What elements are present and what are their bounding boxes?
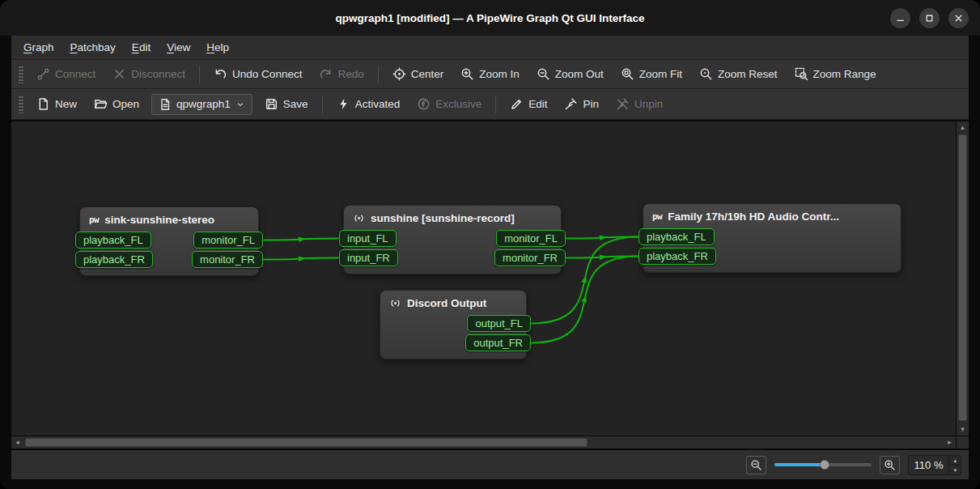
minimize-icon (894, 12, 906, 24)
menu-patchbay[interactable]: Patchbay (63, 38, 123, 57)
scroll-left-arrow[interactable]: ◂ (11, 436, 23, 449)
toolbar-button-unpin: Unpin (609, 93, 670, 115)
port-spacer (893, 248, 901, 265)
port-monitor-fl[interactable]: monitor_FL (193, 232, 263, 249)
zoom-range-icon (795, 67, 808, 81)
toolbar-separator (322, 96, 323, 113)
toolbar-separator (378, 66, 379, 83)
unpin-icon (616, 97, 630, 111)
maximize-button[interactable] (919, 8, 940, 28)
node-sink[interactable]: pwsink-sunshine-stereoplayback_FLmonitor… (79, 206, 259, 276)
toolbar-button-label: Unpin (634, 98, 663, 110)
scroll-down-arrow[interactable]: ▾ (957, 423, 969, 436)
toolbar-handle[interactable] (19, 96, 23, 113)
zoom-value: 110 % (909, 459, 949, 471)
toolbar-button-label: Center (411, 68, 444, 80)
zoom-slider[interactable] (774, 457, 872, 473)
toolbar-button-label: Zoom In (479, 68, 520, 80)
speaker-icon (389, 297, 401, 309)
scrollbar-corner (957, 436, 969, 449)
toolbar-graph-commands: ConnectDisconnectUndo ConnectRedoCenterZ… (11, 60, 969, 89)
statusbar: 110 % ▴ ▾ (11, 450, 969, 479)
zoom-slider-thumb[interactable] (820, 460, 829, 470)
pin-icon (564, 97, 578, 111)
toolbar-separator (495, 96, 496, 113)
toolbar-button-zoom-fit[interactable]: Zoom Fit (613, 63, 689, 85)
menu-view[interactable]: View (159, 38, 197, 57)
port-spacer (380, 315, 388, 332)
node-sunshine[interactable]: sunshine [sunshine-record]input_FLmonito… (343, 205, 562, 274)
port-playback-fr[interactable]: playback_FR (638, 248, 716, 265)
statusbar-zoom-out-button[interactable] (746, 456, 766, 474)
menu-graph[interactable]: Graph (16, 38, 62, 57)
port-input-fl[interactable]: input_FL (339, 230, 397, 247)
toolbar-button-edit[interactable]: Edit (503, 93, 554, 115)
toolbar-button-label: Zoom Fit (639, 68, 682, 80)
menu-edit[interactable]: Edit (125, 38, 158, 57)
node-discord[interactable]: Discord Outputoutput_FLoutput_FR (380, 290, 527, 359)
maximize-icon (923, 12, 935, 24)
connect-icon (36, 67, 50, 81)
spin-down-button[interactable]: ▾ (949, 466, 961, 474)
activated-icon (337, 97, 350, 111)
node-title: Family 17h/19h HD Audio Contr... (668, 210, 839, 223)
node-title: Discord Output (407, 297, 486, 309)
close-button[interactable] (948, 8, 969, 28)
close-icon (952, 12, 965, 24)
port-spacer (380, 334, 388, 351)
window-controls (890, 8, 980, 28)
toolbar-button-zoom-in[interactable]: Zoom In (453, 63, 527, 85)
disconnect-icon (112, 67, 126, 81)
vertical-scrollbar[interactable]: ▴ ▾ (957, 121, 969, 436)
toolbar-button-zoom-reset[interactable]: Zoom Reset (692, 63, 785, 85)
scroll-right-arrow[interactable]: ▸ (944, 436, 956, 449)
toolbar-button-connect: Connect (29, 63, 103, 85)
edit-icon (510, 97, 524, 111)
toolbar-button-label: Redo (337, 68, 363, 80)
port-playback-fr[interactable]: playback_FR (75, 251, 153, 268)
toolbar-button-save[interactable]: Save (257, 93, 316, 115)
toolbar-button-label: Zoom Range (813, 68, 876, 80)
app-window: qpwgraph1 [modified] — A PipeWire Graph … (0, 0, 980, 489)
toolbar-button-label: Activated (355, 98, 401, 110)
zoom-spin-arrows: ▴ ▾ (948, 456, 961, 474)
minimize-button[interactable] (890, 8, 910, 28)
port-monitor-fr[interactable]: monitor_FR (494, 249, 566, 266)
port-playback-fl[interactable]: playback_FL (75, 232, 151, 249)
toolbar-button-zoom-out[interactable]: Zoom Out (529, 63, 611, 85)
node-family[interactable]: pwFamily 17h/19h HD Audio Contr...playba… (643, 203, 902, 273)
window-title: qpwgraph1 [modified] — A PipeWire Graph … (0, 12, 980, 24)
horizontal-scrollbar-thumb[interactable] (25, 438, 588, 447)
port-input-fr[interactable]: input_FR (339, 249, 398, 266)
statusbar-zoom-in-button[interactable] (880, 456, 900, 474)
graph-canvas[interactable]: pwsink-sunshine-stereoplayback_FLmonitor… (11, 121, 956, 436)
toolbar-button-open[interactable]: Open (87, 93, 146, 115)
toolbar-button-exclusive: Exclusive (409, 93, 489, 115)
menu-help[interactable]: Help (199, 38, 236, 57)
scroll-up-arrow[interactable]: ▴ (957, 121, 969, 134)
toolbar-button-new[interactable]: New (29, 93, 84, 115)
toolbar-button-label: New (55, 98, 77, 110)
port-monitor-fr[interactable]: monitor_FR (192, 251, 263, 268)
toolbar-handle[interactable] (19, 66, 23, 83)
titlebar[interactable]: qpwgraph1 [modified] — A PipeWire Graph … (0, 0, 980, 36)
port-playback-fl[interactable]: playback_FL (638, 228, 715, 245)
port-output-fr[interactable]: output_FR (465, 334, 531, 351)
toolbar-button-label: Exclusive (435, 98, 482, 110)
node-header: pwFamily 17h/19h HD Audio Contr... (643, 208, 901, 228)
vertical-scrollbar-thumb[interactable] (958, 134, 967, 421)
horizontal-scrollbar[interactable]: ◂ ▸ (11, 436, 956, 449)
spin-up-button[interactable]: ▴ (949, 456, 961, 466)
toolbar-button-pin[interactable]: Pin (557, 93, 606, 115)
port-monitor-fl[interactable]: monitor_FL (496, 230, 566, 247)
toolbar-button-undo-connect[interactable]: Undo Connect (206, 63, 309, 85)
toolbar-button-center[interactable]: Center (385, 63, 452, 85)
toolbar-button-zoom-range[interactable]: Zoom Range (787, 63, 884, 85)
zoom-out-icon (750, 459, 762, 471)
zoom-spinbox[interactable]: 110 % ▴ ▾ (908, 455, 961, 475)
port-output-fl[interactable]: output_FL (467, 315, 531, 332)
toolbar-button-activated[interactable]: Activated (329, 93, 408, 115)
patchbay-selector-combo[interactable]: qpwgraph1 (151, 94, 252, 115)
connections-layer (11, 121, 956, 436)
exclusive-icon (417, 97, 431, 111)
